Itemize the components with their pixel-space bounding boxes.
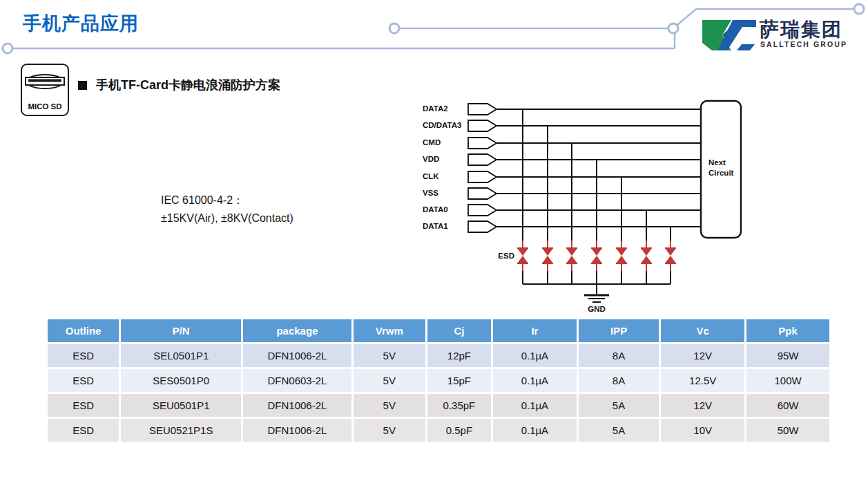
table-cell: 12pF	[427, 344, 491, 367]
column-header: IPP	[579, 319, 659, 342]
signal-label: VDD	[423, 155, 439, 163]
table-cell: 0.1µA	[493, 419, 577, 442]
bullet-square	[78, 81, 87, 90]
slide: { "title": "手机产品应用", "logo": { "cn": "萨瑞…	[0, 0, 868, 488]
table-cell: DFN1006-2L	[243, 344, 351, 367]
sd-card-glyph	[22, 65, 68, 95]
logo-company-name-en: SALLTECH GROUP	[760, 40, 847, 48]
table-cell: 95W	[746, 344, 829, 367]
table-cell: DFN1006-2L	[243, 419, 351, 442]
table-cell: ESD	[48, 394, 119, 417]
table-cell: 5A	[579, 419, 659, 442]
table-cell: 50W	[746, 419, 829, 442]
table-header-row: Outline P/N package Vrwm Cj Ir IPP Vc Pp…	[48, 319, 829, 342]
section-heading: 手机TF-Card卡静电浪涌防护方案	[96, 77, 280, 93]
table-cell: 0.1µA	[493, 344, 577, 367]
table-cell: SEL0501P1	[121, 344, 241, 367]
spec-table: Outline P/N package Vrwm Cj Ir IPP Vc Pp…	[46, 317, 831, 444]
iec-line1: IEC 61000-4-2：	[161, 191, 293, 209]
ground-bus	[523, 284, 671, 302]
table-cell: DFN1006-2L	[243, 394, 351, 417]
signal-lines	[496, 109, 701, 227]
table-cell: 8A	[579, 369, 659, 392]
signal-label: DATA2	[423, 104, 448, 113]
table-cell: 8A	[579, 344, 659, 367]
tvs-diodes	[517, 241, 676, 271]
table-row: ESD SEL0501P1 DFN1006-2L 5V 12pF 0.1µA 8…	[48, 344, 829, 367]
table-cell: 100W	[746, 369, 829, 392]
decor-node-circle	[3, 44, 12, 53]
table-cell: 15pF	[427, 369, 491, 392]
table-cell: ESD	[48, 419, 119, 442]
signal-label: CMD	[423, 138, 441, 147]
column-header: Cj	[427, 319, 491, 342]
table-cell: 5V	[354, 344, 425, 367]
decor-node-circle	[668, 24, 678, 33]
table-cell: 0.5pF	[427, 419, 491, 442]
pin-connectors	[468, 104, 496, 232]
column-header: Ppk	[746, 319, 829, 342]
table-row: ESD SES0501P0 DFN0603-2L 5V 15pF 0.1µA 8…	[48, 369, 829, 392]
table-cell: SEU0521P1S	[121, 419, 241, 442]
next-circuit-label-line2: Circuit	[708, 169, 734, 177]
column-header: Vc	[661, 319, 744, 342]
table-cell: ESD	[48, 369, 119, 392]
column-header: P/N	[121, 319, 241, 342]
table-cell: 60W	[746, 394, 829, 417]
iec-standard-text: IEC 61000-4-2： ±15KV(Air), ±8KV(Contact)	[161, 191, 293, 227]
gnd-label: GND	[588, 305, 606, 313]
esd-protection-circuit-diagram: DATA2 CD/DATA3 CMD VDD CLK VSS DATA0 DAT…	[413, 90, 753, 321]
table-cell: 5V	[354, 394, 425, 417]
table-cell: 12.5V	[661, 369, 744, 392]
esd-label: ESD	[498, 252, 514, 260]
salltech-logo-mark	[700, 18, 758, 54]
table-cell: 0.35pF	[427, 394, 491, 417]
table-cell: 5V	[354, 419, 425, 442]
logo-company-name: 萨瑞集团	[760, 17, 842, 43]
iec-line2: ±15KV(Air), ±8KV(Contact)	[161, 209, 293, 227]
decor-node-circle	[389, 24, 399, 33]
column-header: Vrwm	[354, 319, 425, 342]
table-cell: 12V	[661, 344, 744, 367]
sd-card-icon: MICO SD	[21, 64, 69, 116]
table-cell: ESD	[48, 344, 119, 367]
next-circuit-label-line1: Next	[708, 158, 726, 167]
table-row: ESD SEU0521P1S DFN1006-2L 5V 0.5pF 0.1µA…	[48, 419, 829, 442]
signal-label: DATA0	[423, 205, 448, 214]
table-cell: DFN0603-2L	[243, 369, 351, 392]
table-cell: 5V	[354, 369, 425, 392]
signal-label: CLK	[423, 172, 439, 180]
column-header: package	[243, 319, 351, 342]
table-cell: 10V	[661, 419, 744, 442]
table-cell: 5A	[579, 394, 659, 417]
table-cell: 0.1µA	[493, 394, 577, 417]
column-header: Outline	[48, 319, 119, 342]
signal-label: DATA1	[423, 222, 448, 230]
table-row: ESD SEU0501P1 DFN1006-2L 5V 0.35pF 0.1µA…	[48, 394, 829, 417]
column-header: Ir	[493, 319, 577, 342]
signal-label: CD/DATA3	[423, 121, 461, 129]
table-cell: SES0501P0	[121, 369, 241, 392]
signal-label: VSS	[423, 189, 438, 197]
decor-node-circle	[854, 4, 864, 14]
sd-icon-label: MICO SD	[22, 102, 68, 111]
table-cell: 0.1µA	[493, 369, 577, 392]
table-cell: SEU0501P1	[121, 394, 241, 417]
table-cell: 12V	[661, 394, 744, 417]
